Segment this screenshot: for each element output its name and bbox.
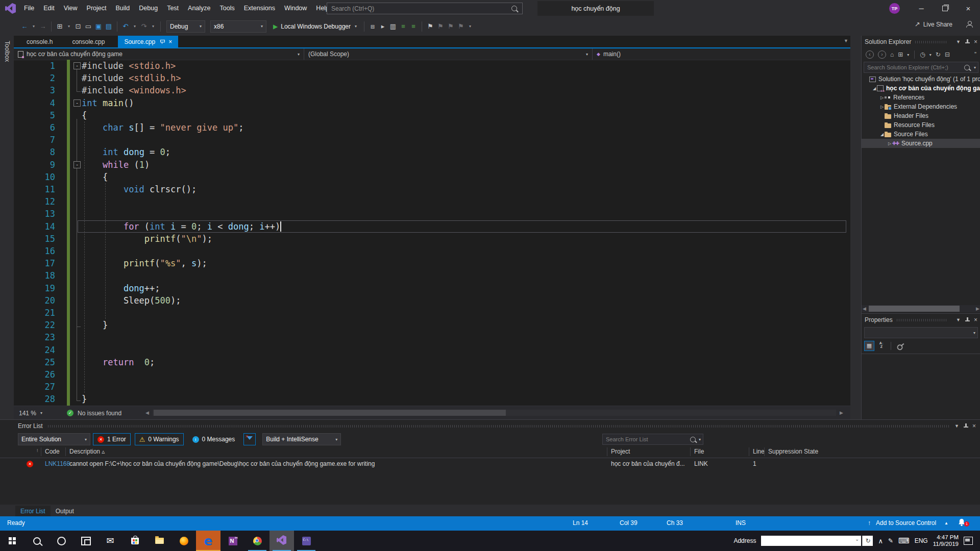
minimize-button[interactable]: ─ <box>910 0 933 17</box>
feedback-person-icon[interactable] <box>966 21 973 28</box>
expand-arrow-icon[interactable]: ▷ <box>879 105 885 109</box>
taskbar-terminal-button[interactable] <box>294 531 318 551</box>
expand-arrow-icon[interactable]: ▷ <box>879 95 885 100</box>
column-header-code[interactable]: Code <box>45 448 60 455</box>
pin-icon[interactable] <box>964 423 968 429</box>
live-share-button[interactable]: ↗ Live Share <box>915 20 973 28</box>
pin-icon[interactable] <box>965 39 970 44</box>
taskbar-onenote-button[interactable] <box>220 531 245 551</box>
clear-bookmarks-icon[interactable]: ⚑ <box>457 22 464 30</box>
warnings-toggle-button[interactable]: ⚠ 0 Warnings <box>135 433 184 445</box>
restore-button[interactable] <box>933 0 957 17</box>
action-center-icon[interactable] <box>964 537 973 545</box>
code-line-11[interactable]: 11 void clrscr(); <box>14 183 850 195</box>
window-menu-icon[interactable]: ▼ <box>954 423 959 429</box>
navigate-cursor-icon[interactable]: ▸ <box>379 22 386 30</box>
messages-toggle-button[interactable]: i 0 Messages <box>188 433 240 445</box>
fold-collapse-icon[interactable]: - <box>74 161 81 168</box>
error-row[interactable]: ✕LNK1168cannot open F:\C+\học cơ bản của… <box>0 458 980 470</box>
sync-with-active-document-icon[interactable]: ↻ <box>936 51 941 58</box>
next-bookmark-icon[interactable]: ⚑ <box>447 22 454 30</box>
taskbar-start-button[interactable] <box>0 531 24 551</box>
code-line-19[interactable]: 19 dong++; <box>14 282 850 294</box>
column-header-line[interactable]: Line <box>753 448 765 455</box>
scroll-right-icon[interactable]: ▶ <box>840 410 843 415</box>
document-health-label[interactable]: No issues found <box>78 410 121 417</box>
menu-extensions[interactable]: Extensions <box>239 0 280 17</box>
clock[interactable]: 4:47 PM 11/9/2019 <box>933 534 959 547</box>
code-line-4[interactable]: 4-int main() <box>14 97 850 109</box>
build-filter-dropdown[interactable]: Build + IntelliSense ▾ <box>262 433 341 445</box>
add-item-icon[interactable]: ⊡ <box>75 22 82 30</box>
new-project-menu-icon[interactable]: ▾ <box>65 24 72 29</box>
solution-explorer-search-box[interactable]: Search Solution Explorer (Ctrl+;) ▾ <box>864 62 978 73</box>
debug-configuration-dropdown[interactable]: Debug▾ <box>166 20 205 33</box>
status-line-number[interactable]: Ln 14 <box>573 519 588 527</box>
code-line-23[interactable]: 23 <box>14 331 850 343</box>
touch-keyboard-icon[interactable]: ⌨ <box>898 536 910 545</box>
code-line-22[interactable]: 22 } <box>14 319 850 331</box>
column-header-file[interactable]: File <box>694 448 704 455</box>
code-line-2[interactable]: 2#include <stdlib.h> <box>14 72 850 84</box>
switch-views-icon[interactable]: ⊞ <box>898 51 903 58</box>
scope-filter-dropdown[interactable]: Entire Solution ▾ <box>18 433 90 445</box>
scroll-left-icon[interactable]: ◀ <box>145 410 149 415</box>
navigate-backward-menu-icon[interactable]: ▾ <box>30 24 37 29</box>
save-icon[interactable]: ▣ <box>95 22 102 30</box>
scrollbar-thumb[interactable] <box>154 410 506 416</box>
navigate-forward-icon[interactable]: → <box>39 22 46 30</box>
menu-debug[interactable]: Debug <box>134 0 162 17</box>
code-line-10[interactable]: 10 { <box>14 171 850 183</box>
redo-menu-icon[interactable]: ▾ <box>150 24 157 29</box>
menu-tools[interactable]: Tools <box>215 0 239 17</box>
pin-icon[interactable] <box>965 317 970 322</box>
close-button[interactable]: × <box>957 0 980 17</box>
taskbar-mail-button[interactable]: ✉ <box>98 531 122 551</box>
close-icon[interactable]: × <box>974 316 977 323</box>
taskbar-task-view-button[interactable] <box>74 531 98 551</box>
home-icon[interactable]: ⌂ <box>890 51 894 58</box>
switch-views-menu-icon[interactable]: ▾ <box>907 53 909 57</box>
code-line-26[interactable]: 26 <box>14 368 850 381</box>
toolbar-overflow-icon[interactable]: ▾ <box>467 24 474 29</box>
scroll-right-icon[interactable]: ▶ <box>976 306 979 311</box>
code-line-16[interactable]: 16 <box>14 245 850 257</box>
editor-horizontal-scrollbar[interactable]: ◀ ▶ <box>145 409 843 416</box>
code-line-27[interactable]: 27 <box>14 381 850 393</box>
scrollbar-thumb[interactable] <box>869 306 960 312</box>
copy-icon[interactable]: ▥ <box>389 22 397 30</box>
menu-edit[interactable]: Edit <box>39 0 59 17</box>
error-list-search-box[interactable]: Search Error List ▾ <box>602 434 703 445</box>
save-all-icon[interactable]: ▤ <box>105 22 112 30</box>
forward-icon[interactable]: › <box>878 51 886 59</box>
status-character-number[interactable]: Ch 33 <box>667 519 683 527</box>
pending-changes-menu-icon[interactable]: ▾ <box>929 53 932 57</box>
status-insert-mode[interactable]: INS <box>736 519 746 527</box>
undo-menu-icon[interactable]: ▾ <box>131 24 138 29</box>
errors-toggle-button[interactable]: ✕ 1 Error <box>93 433 131 445</box>
code-line-21[interactable]: 21 <box>14 307 850 319</box>
menu-file[interactable]: File <box>19 0 39 17</box>
tree-item-source-files[interactable]: ◢Source Files <box>862 130 980 139</box>
fold-collapse-icon[interactable]: - <box>74 99 81 107</box>
clear-filter-button[interactable] <box>243 433 256 445</box>
taskbar-visual-studio-button[interactable] <box>270 531 294 551</box>
code-line-8[interactable]: 8 int dong = 0; <box>14 146 850 158</box>
tab-source-cpp[interactable]: Source.cpp× <box>118 36 178 47</box>
tree-item-h-c-c-b-n-c-a-chuy-n-ng-game[interactable]: ◢học cơ bản của chuyển động game <box>862 84 980 93</box>
notifications-bell-button[interactable]: 1 <box>958 518 968 529</box>
panel-tab-output[interactable]: Output <box>51 506 79 517</box>
code-line-7[interactable]: 7 <box>14 134 850 146</box>
close-icon[interactable]: × <box>168 38 172 45</box>
code-line-20[interactable]: 20 Sleep(500); <box>14 294 850 307</box>
code-line-1[interactable]: 1-#include <stdio.h> <box>14 60 850 72</box>
menu-analyze[interactable]: Analyze <box>183 0 215 17</box>
alphabetical-sort-button[interactable]: A↓Z <box>876 341 887 351</box>
account-avatar[interactable]: TP <box>889 3 900 14</box>
document-well-dropdown-icon[interactable]: ▼ <box>844 38 848 43</box>
tree-item-solution-h-c-chuy-n-ng-1-of-1-project-[interactable]: Solution 'học chuyển động' (1 of 1 proje… <box>862 74 980 84</box>
code-line-6[interactable]: 6 char s[] = "never give up"; <box>14 121 850 134</box>
properties-object-dropdown[interactable]: ▾ <box>864 327 978 338</box>
navigate-backward-icon[interactable]: ← <box>21 22 28 30</box>
property-pages-icon[interactable] <box>895 340 906 352</box>
